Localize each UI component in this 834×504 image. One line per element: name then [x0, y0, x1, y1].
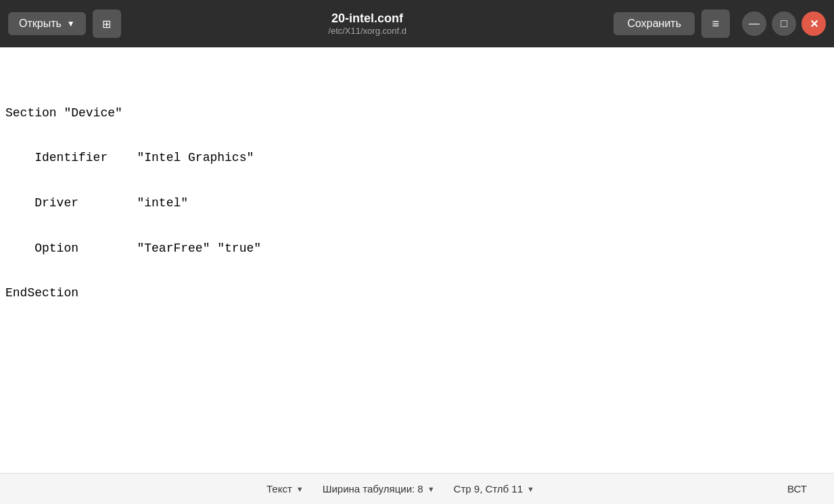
- statusbar-inner: Текст ▼ Ширина табуляции: 8 ▼ Стр 9, Стл…: [0, 483, 834, 495]
- maximize-icon: □: [781, 18, 787, 30]
- open-button[interactable]: Открыть ▼: [8, 12, 86, 35]
- encoding-label: ВСТ: [787, 483, 807, 495]
- open-label: Открыть: [19, 18, 62, 30]
- menu-icon: ≡: [712, 17, 720, 31]
- text-mode-chevron-icon: ▼: [296, 485, 304, 493]
- tab-width-chevron-icon: ▼: [427, 485, 435, 493]
- status-group: Текст ▼ Ширина табуляции: 8 ▼ Стр 9, Стл…: [14, 483, 787, 495]
- cursor-position-label: Стр 9, Стлб 11: [454, 483, 523, 495]
- new-tab-button[interactable]: ⊞: [93, 9, 121, 38]
- menu-button[interactable]: ≡: [701, 9, 730, 38]
- editor-content: Section "Device" Identifier "Intel Graph…: [5, 102, 829, 305]
- new-tab-icon: ⊞: [102, 18, 111, 30]
- close-button[interactable]: ✕: [802, 12, 826, 36]
- filename-label: 20-intel.conf: [331, 12, 403, 26]
- window-controls: — □ ✕: [742, 12, 826, 36]
- tab-width-label: Ширина табуляции: 8: [323, 483, 423, 495]
- statusbar: Текст ▼ Ширина табуляции: 8 ▼ Стр 9, Стл…: [0, 473, 834, 504]
- editor-area[interactable]: Section "Device" Identifier "Intel Graph…: [0, 47, 834, 473]
- encoding-item: ВСТ: [787, 483, 807, 495]
- title-center: 20-intel.conf /etc/X11/xorg.conf.d: [128, 12, 607, 36]
- minimize-button[interactable]: —: [742, 12, 766, 36]
- text-mode-label: Текст: [267, 483, 292, 495]
- position-chevron-icon: ▼: [527, 485, 534, 493]
- cursor-position-item: Стр 9, Стлб 11 ▼: [454, 483, 534, 495]
- tab-width-item[interactable]: Ширина табуляции: 8 ▼: [323, 483, 435, 495]
- save-button[interactable]: Сохранить: [613, 12, 695, 35]
- filepath-label: /etc/X11/xorg.conf.d: [328, 26, 407, 36]
- close-icon: ✕: [810, 18, 818, 30]
- minimize-icon: —: [749, 18, 760, 30]
- text-mode-item[interactable]: Текст ▼: [267, 483, 304, 495]
- titlebar: Открыть ▼ ⊞ 20-intel.conf /etc/X11/xorg.…: [0, 0, 834, 47]
- open-chevron-icon: ▼: [67, 19, 75, 28]
- maximize-button[interactable]: □: [772, 12, 796, 36]
